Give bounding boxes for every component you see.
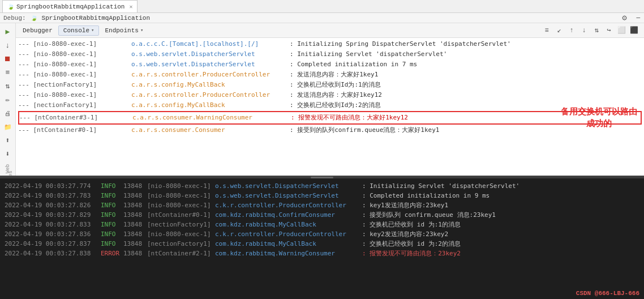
log-prefix: --- [nio-8080-exec-1]: [18, 49, 131, 59]
annotation-line1: 备用交换机可以路由: [561, 106, 637, 118]
warning-log-line: --- [ntContainer#3-1] c.a.r.s.consumer.W…: [18, 111, 642, 125]
log-msg: : Initializing Spring DispatcherServlet …: [290, 39, 511, 49]
console-tab-arrow: ▾: [91, 27, 94, 33]
print-btn[interactable]: 🖨: [2, 107, 14, 119]
filter-btn[interactable]: ≡: [541, 25, 552, 36]
log-prefix: --- [nio-8080-exec-1]: [18, 39, 131, 49]
annotation-line2: 成功的: [561, 118, 637, 130]
bl-thread: [nio-8080-exec-1]: [147, 181, 215, 191]
log-class: c.a.r.s.consumer.Consumer: [131, 125, 290, 135]
log-msg: : Initializing Servlet 'dispatcherServle…: [290, 49, 447, 59]
bottom-log-line-3: 2022-04-19 00:03:27.829 INFO 13848 [ntCo…: [5, 210, 639, 220]
endpoints-tab-arrow: ▾: [140, 27, 143, 33]
log-class: c.a.r.s.controller.ProducerController: [131, 90, 290, 100]
bl-class: o.s.web.servlet.DispatcherServlet: [215, 181, 362, 191]
bottom-log-line-0: 2022-04-19 00:03:27.774 INFO 13848 [nio-…: [5, 181, 639, 191]
bl-level: INFO: [101, 191, 123, 200]
bl-level: INFO: [101, 200, 123, 210]
bl-msg: : key1发送消息内容:23key1: [362, 200, 448, 210]
settings-sub-btn[interactable]: ⬛: [628, 25, 639, 36]
bl-pid: 13848: [123, 229, 147, 239]
debugger-tab-label: Debugger: [23, 27, 53, 34]
tab-label: SpringbootRabbitmqApplication: [16, 3, 124, 10]
bl-thread: [nio-8080-exec-1]: [147, 200, 215, 210]
log-line: --- [nio-8080-exec-1] c.a.r.s.controller…: [18, 90, 642, 100]
stop-btn[interactable]: ⏹: [2, 53, 14, 65]
bottom-log-line-6: 2022-04-19 00:03:27.837 INFO 13848 [nect…: [5, 239, 639, 249]
bottom-log-line-4: 2022-04-19 00:03:27.833 INFO 13848 [nect…: [5, 220, 639, 229]
log-prefix: --- [nio-8080-exec-1]: [18, 70, 131, 80]
mute-btn[interactable]: ≡: [2, 66, 14, 79]
copy-btn[interactable]: ↪: [603, 25, 615, 36]
log-prefix: --- [nio-8080-exec-1]: [18, 90, 131, 100]
close-tab-icon[interactable]: ✕: [129, 3, 132, 10]
spring-icon: 🍃: [7, 3, 14, 10]
bl-class: c.k.r.controller.ProducerController: [215, 200, 362, 210]
down-btn[interactable]: ⬇: [2, 148, 14, 160]
bl-thread: [nectionFactory1]: [147, 220, 215, 229]
settings-gear-icon[interactable]: ⚙: [622, 13, 626, 23]
resume-btn[interactable]: ▶: [2, 25, 14, 38]
down-log-btn[interactable]: ↓: [578, 25, 590, 36]
debug-label: Debug:: [3, 15, 26, 22]
debug-spring-icon: 🍃: [31, 15, 37, 22]
bottom-log-line-1: 2022-04-19 00:03:27.783 INFO 13848 [nio-…: [5, 191, 639, 200]
clear-btn[interactable]: ⬜: [616, 25, 627, 36]
bl-time: 2022-04-19 00:03:27.838: [5, 249, 101, 258]
bl-time: 2022-04-19 00:03:27.837: [5, 239, 101, 249]
log-prefix: --- [nectionFactory1]: [18, 80, 131, 90]
csdn-badge: CSDN @666-LBJ-666: [576, 290, 639, 297]
log-msg: : 接受到的队列confirm.queue消息：大家好1key1: [290, 125, 439, 135]
bl-msg: : 交换机已经收到 id 为:2的消息: [362, 239, 461, 249]
console-tab[interactable]: Console ▾: [58, 25, 100, 36]
splitter-handle: [311, 177, 333, 178]
bl-msg: : key2发送消息内容:23key2: [362, 229, 448, 239]
log-line: --- [nio-8080-exec-1] o.s.web.servlet.Di…: [18, 59, 642, 70]
log-line: --- [nectionFactory1] c.a.r.s.config.MyC…: [18, 100, 642, 110]
bl-level: INFO: [101, 210, 123, 220]
bl-thread: [ntContainer#2-1]: [147, 249, 215, 258]
bl-thread: [nio-8080-exec-1]: [147, 191, 215, 200]
bl-pid: 13848: [123, 249, 147, 258]
bl-level: INFO: [101, 239, 123, 249]
log-msg: : 发送消息内容：大家好1key1: [290, 70, 378, 80]
evaluate-btn[interactable]: ✏: [2, 93, 14, 106]
bl-level: INFO: [101, 181, 123, 191]
endpoints-tab[interactable]: Endpoints ▾: [100, 26, 148, 35]
log-prefix: --- [ntContainer#0-1]: [18, 125, 131, 135]
bl-class: com.kdz.rabbitmq.ConfirmConsumer: [215, 210, 362, 220]
up-log-btn[interactable]: ↑: [566, 25, 577, 36]
bl-msg: : Initializing Servlet 'dispatcherServle…: [362, 181, 520, 191]
log-msg: : 交换机已经收到Id为:1的消息: [290, 80, 381, 90]
bl-thread: [ntContainer#0-1]: [147, 210, 215, 220]
annotation-box: 备用交换机可以路由 成功的: [561, 106, 637, 130]
app-tab[interactable]: 🍃 SpringbootRabbitmqApplication ✕: [2, 0, 138, 12]
file-btn[interactable]: 📁: [2, 121, 14, 133]
scroll-end-btn[interactable]: ↙: [553, 25, 565, 36]
log-prefix: --- [ntContainer#3-1]: [19, 113, 132, 123]
up-btn[interactable]: ⬆: [2, 134, 14, 147]
debugger-tab[interactable]: Debugger: [18, 26, 57, 35]
log-msg: : Completed initialization in 7 ms: [290, 59, 417, 70]
bl-time: 2022-04-19 00:03:27.836: [5, 229, 101, 239]
frames-btn[interactable]: ⇅: [2, 80, 14, 92]
debug-header: Debug: 🍃 SpringbootRabbitmqApplication ⚙…: [0, 13, 644, 23]
log-class: o.s.web.servlet.DispatcherServlet: [131, 49, 290, 59]
wrap-btn[interactable]: ⇅: [591, 25, 602, 36]
bottom-log-area: 2022-04-19 00:03:27.774 INFO 13848 [nio-…: [0, 179, 644, 299]
bl-class: c.k.r.controller.ProducerController: [215, 229, 362, 239]
bl-thread: [nectionFactory1]: [147, 239, 215, 249]
log-prefix: --- [nectionFactory1]: [18, 100, 131, 110]
log-line: --- [nectionFactory1] c.a.r.s.config.MyC…: [18, 80, 642, 90]
log-line: --- [nio-8080-exec-1] c.a.r.s.controller…: [18, 70, 642, 80]
log-class: c.a.r.s.config.MyCallBack: [131, 100, 290, 110]
bl-msg: : 接受到队列 confirm.queue 消息:23key1: [362, 210, 496, 220]
console-tab-label: Console: [63, 27, 89, 34]
bl-level: INFO: [101, 220, 123, 229]
minimize-icon[interactable]: −: [636, 14, 641, 23]
bottom-log-line-2: 2022-04-19 00:03:27.826 INFO 13848 [nio-…: [5, 200, 639, 210]
log-class: o.a.c.c.C.[Tomcat].[localhost].[/]: [131, 39, 290, 49]
bl-pid: 13848: [123, 239, 147, 249]
step-over-btn[interactable]: ↓: [2, 39, 14, 52]
console-tabs: Debugger Console ▾ Endpoints ▾ ≡ ↙ ↑: [16, 23, 644, 38]
